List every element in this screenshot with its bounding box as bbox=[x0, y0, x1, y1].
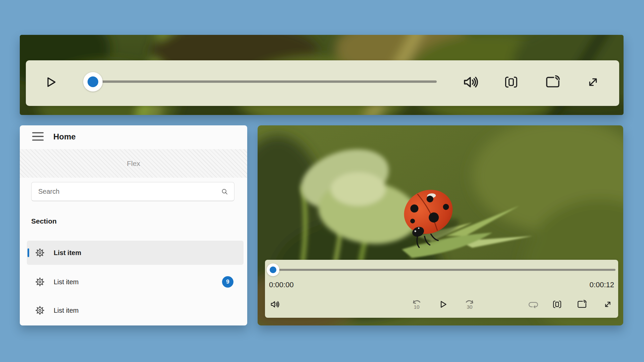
play-icon bbox=[43, 74, 58, 90]
gear-icon bbox=[35, 305, 45, 315]
search-box bbox=[31, 182, 234, 201]
cast-button[interactable] bbox=[573, 295, 591, 314]
seek-slider-track[interactable] bbox=[273, 269, 615, 271]
top-video-strip bbox=[20, 35, 624, 115]
skip-back-icon: 10 bbox=[410, 298, 423, 311]
list-item-label: List item bbox=[54, 249, 81, 257]
desktop-background: Home Flex Section Li bbox=[0, 0, 644, 362]
top-media-bar bbox=[26, 60, 619, 106]
seek-slider-thumb[interactable] bbox=[267, 263, 279, 276]
hamburger-icon bbox=[32, 132, 44, 141]
section-header: Section bbox=[31, 216, 57, 227]
list-item[interactable]: List item 9 bbox=[27, 270, 244, 294]
page-title: Home bbox=[53, 132, 76, 141]
repeat-button[interactable] bbox=[524, 295, 543, 314]
fullscreen-button[interactable] bbox=[581, 70, 605, 94]
fullscreen-button[interactable] bbox=[598, 295, 617, 314]
compact-overlay-button[interactable] bbox=[548, 295, 567, 314]
compact-overlay-button[interactable] bbox=[499, 70, 523, 94]
skip-back-seconds: 10 bbox=[414, 304, 419, 310]
play-button[interactable] bbox=[38, 70, 62, 94]
seek-slider-thumb[interactable] bbox=[83, 72, 103, 92]
list-item-label: List item bbox=[54, 278, 78, 286]
cast-icon bbox=[576, 299, 588, 310]
media-controls-panel: 0:00:00 0:00:12 10 bbox=[265, 260, 618, 318]
cast-icon bbox=[544, 73, 561, 91]
flex-placeholder: Flex bbox=[20, 149, 247, 178]
volume-button[interactable] bbox=[266, 295, 284, 314]
elapsed-time: 0:00:00 bbox=[269, 281, 293, 289]
volume-icon bbox=[270, 299, 280, 310]
fullscreen-icon bbox=[586, 75, 600, 89]
search-input[interactable] bbox=[32, 182, 234, 201]
skip-back-button[interactable]: 10 bbox=[407, 295, 426, 314]
list-item-label: List item bbox=[54, 307, 78, 314]
seek-slider-track[interactable] bbox=[93, 80, 437, 83]
gear-icon bbox=[35, 248, 45, 258]
search-icon bbox=[221, 188, 229, 197]
repeat-icon bbox=[528, 299, 539, 310]
compact-overlay-icon bbox=[552, 299, 562, 310]
menu-button[interactable] bbox=[28, 128, 48, 145]
fullscreen-icon bbox=[603, 299, 613, 309]
count-badge: 9 bbox=[222, 276, 233, 288]
selection-indicator bbox=[28, 248, 29, 257]
cast-button[interactable] bbox=[541, 70, 565, 94]
list-item-selected[interactable]: List item bbox=[27, 241, 244, 265]
play-button[interactable] bbox=[433, 295, 452, 314]
skip-forward-seconds: 30 bbox=[467, 304, 472, 310]
seek-slider-thumb-dot bbox=[270, 266, 276, 273]
gear-icon bbox=[35, 277, 45, 287]
play-icon bbox=[437, 299, 448, 310]
navigation-panel: Home Flex Section Li bbox=[20, 125, 247, 325]
skip-forward-button[interactable]: 30 bbox=[460, 295, 479, 314]
list-item[interactable]: List item bbox=[27, 299, 244, 322]
volume-button[interactable] bbox=[459, 70, 483, 94]
volume-icon bbox=[462, 73, 480, 91]
skip-forward-icon: 30 bbox=[463, 298, 476, 311]
total-duration: 0:00:12 bbox=[590, 281, 614, 289]
seek-slider-thumb-dot bbox=[88, 76, 98, 87]
compact-overlay-icon bbox=[503, 74, 519, 90]
flex-label: Flex bbox=[127, 160, 140, 168]
video-player: 0:00:00 0:00:12 10 bbox=[258, 125, 623, 325]
